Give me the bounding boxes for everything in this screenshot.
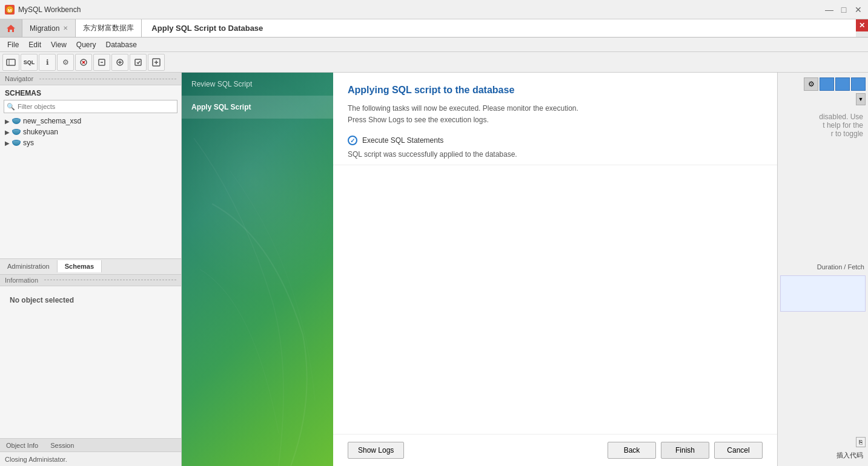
schema-tree: ▶ new_schema_xsd ▶ shukeyuan ▶ sys xyxy=(0,116,181,258)
success-text: SQL script was successfully applied to t… xyxy=(348,150,763,159)
window-title-area: Apply SQL Script to Database xyxy=(142,19,856,37)
bottom-tabs: Administration Schemas xyxy=(0,258,181,274)
object-info-tabs: Object Info Session xyxy=(0,438,181,451)
gear-icon-button[interactable]: ⚙ xyxy=(804,77,818,91)
expand-arrow-new: ▶ xyxy=(5,118,10,125)
toolbar-btn-sql[interactable]: SQL xyxy=(21,54,38,71)
status-bar-left: Closing Administator. xyxy=(0,451,181,466)
window-controls: — □ ✕ xyxy=(824,5,863,15)
filter-input[interactable] xyxy=(18,100,177,113)
insert-code-text: 插入代码 xyxy=(780,450,866,461)
schema-name-sys: sys xyxy=(23,139,34,147)
content-footer: Show Logs Back Finish Cancel xyxy=(333,434,777,466)
status-text: Closing Administator. xyxy=(5,456,67,463)
copy-icon[interactable]: ⎘ xyxy=(856,437,866,447)
content-header: Applying SQL script to the database The … xyxy=(333,73,777,165)
navigator-label: Navigator xyxy=(5,75,33,82)
tab-bar: Migration ✕ 东方财富数据库 Apply SQL Script to … xyxy=(0,19,868,38)
main-layout: Navigator SCHEMAS 🔍 ▶ new_schema_xsd ▶ s… xyxy=(0,73,868,466)
toolbar-btn-5[interactable] xyxy=(93,54,110,71)
cancel-button[interactable]: Cancel xyxy=(714,442,763,459)
info-label: Information xyxy=(5,277,38,284)
db-icon-new xyxy=(12,118,21,124)
content-body xyxy=(333,165,777,434)
window-title-text: Apply SQL Script to Database xyxy=(151,24,263,33)
svg-rect-10 xyxy=(135,59,141,65)
app-icon: M xyxy=(5,5,15,15)
dropdown-button[interactable]: ▼ xyxy=(856,93,866,105)
task-execute-label: Execute SQL Statements xyxy=(362,136,443,145)
content-area: Applying SQL script to the database The … xyxy=(333,73,777,466)
task-execute-sql: ✓ Execute SQL Statements xyxy=(348,136,763,145)
wizard-panel: Review SQL Script Apply SQL Script xyxy=(182,73,333,466)
expand-arrow-shuke: ▶ xyxy=(5,129,10,136)
expand-arrow-sys: ▶ xyxy=(5,140,10,146)
check-icon-execute: ✓ xyxy=(348,136,357,145)
content-desc-line2: Press Show Logs to see the execution log… xyxy=(348,116,489,124)
menu-bar: File Edit View Query Database xyxy=(0,38,868,52)
sidebar-view-btn-3[interactable] xyxy=(851,77,866,91)
content-desc-line1: The following tasks will now be executed… xyxy=(348,104,578,113)
dialog-close-button[interactable]: ✕ xyxy=(856,19,868,31)
right-sidebar: ⚙ ▼ disabled. Use t help for the r to to… xyxy=(777,73,868,466)
content-description: The following tasks will now be executed… xyxy=(348,103,763,126)
sidebar-view-btn-2[interactable] xyxy=(835,77,850,91)
disabled-text: disabled. Use t help for the r to toggle xyxy=(780,110,866,140)
db-icon-shuke xyxy=(12,129,21,135)
schema-item-shuke[interactable]: ▶ shukeyuan xyxy=(0,126,181,137)
tab-migration-label: Migration xyxy=(30,24,59,33)
toolbar-btn-info[interactable]: ℹ xyxy=(39,54,56,71)
no-object-text: No object selected xyxy=(5,291,176,309)
svg-rect-2 xyxy=(7,59,15,65)
sidebar-view-btn-1[interactable] xyxy=(820,77,834,91)
tab-schemas[interactable]: Schemas xyxy=(58,260,102,272)
schema-name-shuke: shukeyuan xyxy=(23,128,58,136)
toolbar-btn-1[interactable] xyxy=(2,54,19,71)
navigator-header: Navigator xyxy=(0,73,181,85)
tab-dongfang-label: 东方财富数据库 xyxy=(83,23,134,33)
toolbar-btn-gear[interactable]: ⚙ xyxy=(57,54,74,71)
menu-view[interactable]: View xyxy=(46,39,71,50)
wizard-step-apply[interactable]: Apply SQL Script xyxy=(182,96,333,119)
db-icon-sys xyxy=(12,140,21,146)
title-bar: M MySQL Workbench — □ ✕ xyxy=(0,0,868,19)
svg-text:M: M xyxy=(8,8,12,13)
close-window-button[interactable]: ✕ xyxy=(853,5,863,15)
info-header: Information xyxy=(0,274,181,286)
maximize-button[interactable]: □ xyxy=(839,5,849,15)
tab-dongfang[interactable]: 东方财富数据库 xyxy=(76,19,142,37)
back-button[interactable]: Back xyxy=(608,442,656,459)
tab-session[interactable]: Session xyxy=(44,441,80,450)
tab-administration[interactable]: Administration xyxy=(0,260,58,272)
menu-database[interactable]: Database xyxy=(101,39,142,50)
menu-file[interactable]: File xyxy=(2,39,24,50)
toolbar: SQL ℹ ⚙ xyxy=(0,52,868,73)
schema-item-sys[interactable]: ▶ sys xyxy=(0,137,181,148)
show-logs-button[interactable]: Show Logs xyxy=(348,442,404,459)
minimize-button[interactable]: — xyxy=(824,5,834,15)
duration-fetch-label: Duration / Fetch xyxy=(780,261,866,273)
toolbar-btn-4[interactable] xyxy=(75,54,92,71)
toolbar-btn-8[interactable] xyxy=(148,54,165,71)
menu-query[interactable]: Query xyxy=(71,39,101,50)
menu-edit[interactable]: Edit xyxy=(24,39,46,50)
home-tab[interactable] xyxy=(0,19,22,37)
tab-migration-close[interactable]: ✕ xyxy=(63,25,68,31)
schema-item-new[interactable]: ▶ new_schema_xsd xyxy=(0,116,181,126)
content-title: Applying SQL script to the database xyxy=(348,85,763,96)
schema-name-new: new_schema_xsd xyxy=(23,117,81,125)
schemas-label: SCHEMAS xyxy=(0,85,181,100)
finish-button[interactable]: Finish xyxy=(661,442,709,459)
wizard-step-review-label: Review SQL Script xyxy=(191,80,252,88)
toolbar-btn-6[interactable] xyxy=(111,54,128,71)
tab-object-info[interactable]: Object Info xyxy=(0,441,44,450)
app-title: MySQL Workbench xyxy=(18,5,81,14)
left-panel: Navigator SCHEMAS 🔍 ▶ new_schema_xsd ▶ s… xyxy=(0,73,182,466)
toolbar-btn-7[interactable] xyxy=(130,54,147,71)
wizard-step-review[interactable]: Review SQL Script xyxy=(182,73,333,96)
wizard-step-apply-label: Apply SQL Script xyxy=(191,103,251,111)
tab-migration[interactable]: Migration ✕ xyxy=(22,19,76,37)
